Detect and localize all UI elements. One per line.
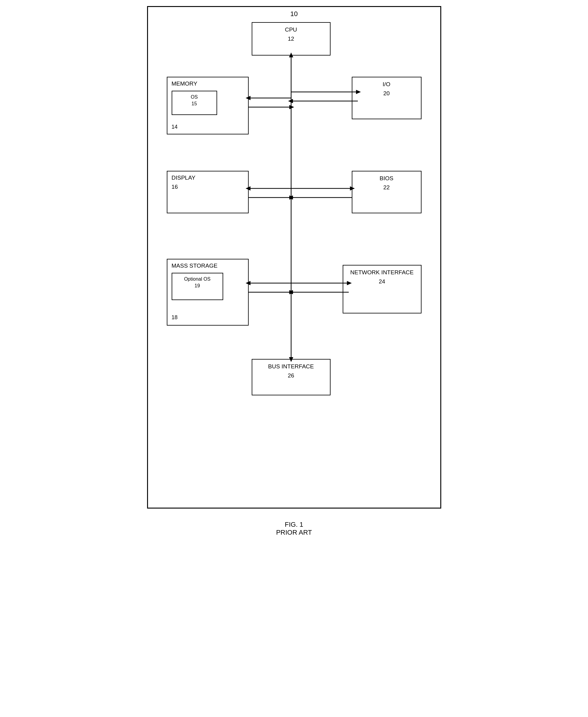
fig-line2: PRIOR ART <box>147 529 441 536</box>
bios-title: BIOS <box>352 175 421 182</box>
diagram-outer: 10 CPU 12 MEMORY OS 15 14 I/O 20 <box>147 6 441 509</box>
memory-title: MEMORY <box>172 80 248 87</box>
page-container: 10 CPU 12 MEMORY OS 15 14 I/O 20 <box>147 6 441 536</box>
display-id: 16 <box>172 184 248 190</box>
memory-id: 14 <box>172 124 178 130</box>
mass-storage-title: MASS STORAGE <box>172 263 248 269</box>
diagram-content: CPU 12 MEMORY OS 15 14 I/O 20 DISPLAY <box>161 16 427 495</box>
bios-box: BIOS 22 <box>352 171 421 213</box>
svg-marker-15 <box>288 99 293 103</box>
cpu-title: CPU <box>252 26 330 33</box>
fig-line1: FIG. 1 <box>147 521 441 529</box>
io-box: I/O 20 <box>352 77 421 119</box>
network-interface-id: 24 <box>343 278 421 285</box>
display-title: DISPLAY <box>172 175 248 181</box>
svg-marker-11 <box>289 105 294 109</box>
svg-marker-27 <box>289 290 294 294</box>
mass-storage-id: 18 <box>172 314 178 321</box>
bus-interface-box: BUS INTERFACE 26 <box>252 359 331 395</box>
mass-storage-box: MASS STORAGE Optional OS 19 18 <box>167 259 249 326</box>
display-box: DISPLAY 16 <box>167 171 249 213</box>
memory-box: MEMORY OS 15 14 <box>167 77 249 135</box>
optional-os-inner-box: Optional OS 19 <box>172 273 223 300</box>
network-interface-title: NETWORK INTERFACE <box>343 269 421 276</box>
os-inner-box: OS 15 <box>172 91 217 115</box>
cpu-box: CPU 12 <box>252 22 331 56</box>
io-title: I/O <box>352 81 421 88</box>
network-interface-box: NETWORK INTERFACE 24 <box>343 265 421 313</box>
bus-interface-id: 26 <box>252 372 330 379</box>
io-id: 20 <box>352 90 421 97</box>
svg-marker-19 <box>289 196 294 200</box>
os-id: 15 <box>172 101 216 106</box>
cpu-id: 12 <box>252 36 330 42</box>
svg-marker-23 <box>288 196 293 200</box>
bios-id: 22 <box>352 184 421 191</box>
optional-os-title: Optional OS <box>172 276 223 282</box>
bus-interface-title: BUS INTERFACE <box>252 363 330 370</box>
os-title: OS <box>172 94 216 100</box>
svg-marker-31 <box>288 290 293 294</box>
figure-caption: FIG. 1 PRIOR ART <box>147 521 441 536</box>
optional-os-id: 19 <box>172 283 223 289</box>
